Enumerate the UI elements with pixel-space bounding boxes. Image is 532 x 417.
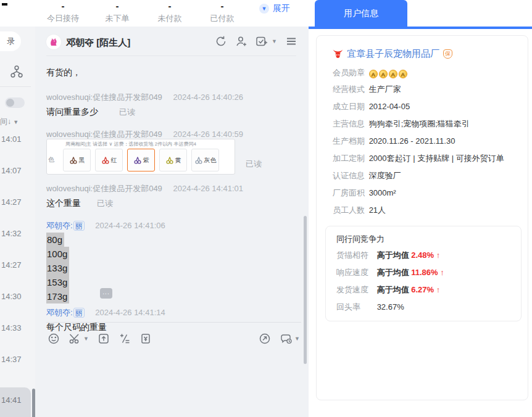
chevron-down-icon: ▼ — [272, 38, 277, 44]
info-row: 生产档期 2020.11.26 - 2021.11.30 — [333, 136, 455, 147]
selected-line: 80g — [46, 233, 64, 247]
refresh-icon[interactable] — [215, 35, 227, 47]
message-text: 有货的， — [46, 67, 81, 78]
competition-title: 同行间竞争力 — [336, 234, 384, 245]
message-input[interactable] — [35, 350, 309, 417]
competition-box: 同行间竞争力 货描相符 高于均值 2.48% ↑ 响应速度 高于均值 11.86… — [325, 226, 522, 321]
sender-name[interactable]: 邓朝夺: — [46, 308, 73, 317]
list-toggle[interactable] — [5, 97, 25, 108]
read-receipt: 已读 — [119, 107, 135, 117]
message-meta: woloveshuqi:促佳搜品开发部049 2024-4-26 14:41:0… — [46, 183, 243, 194]
info-label: 会员勋章 — [333, 67, 367, 78]
conversation-item[interactable]: 14:37 — [1, 355, 31, 364]
competition-label: 响应速度 — [336, 267, 375, 278]
read-receipt: 已读 — [97, 199, 113, 208]
assurance-badge: 保 — [443, 49, 452, 59]
info-row: 认证信息 深度验厂 — [333, 170, 401, 181]
message-time: 2024-4-26 14:40:26 — [173, 93, 243, 102]
stats-bar: - 今日接待 - 未下单 - 未付款 - 已付款 ▼ 展开 — [35, 0, 309, 27]
color-swatches: 黑 红 紫 黄 灰色 — [63, 149, 219, 171]
info-label: 成立日期 — [333, 101, 367, 112]
chevron-down-icon: ▼ — [294, 336, 300, 342]
info-row: 员工人数 21人 — [333, 205, 386, 216]
rail-divider — [0, 86, 31, 87]
stat-label: 已付款 — [197, 13, 247, 24]
stat-unpaid: - 未付款 — [145, 2, 194, 24]
medal-icon: A — [389, 70, 397, 78]
image-message[interactable]: 周南相间|主 请选择 ∨ 运费：选择收货地 2件以内 丰运费同4 色 黑 红 紫 — [46, 139, 235, 175]
message-text: 请问重量多少已读 — [46, 107, 135, 118]
sender-name[interactable]: woloveshuqi:促佳搜品开发部049 — [46, 184, 162, 193]
competition-label: 发货速度 — [336, 284, 375, 295]
info-value: 深度验厂 — [369, 171, 401, 180]
message-text-content: 这个重量 — [46, 198, 81, 208]
payment-icon[interactable] — [139, 332, 152, 345]
avatar[interactable] — [46, 35, 61, 49]
competition-prefix: 高于均值 — [377, 268, 409, 277]
more-actions-button[interactable]: ... — [100, 288, 112, 299]
competition-prefix: 高于均值 — [377, 285, 409, 294]
sender-name[interactable]: 邓朝夺: — [46, 221, 73, 230]
forward-icon[interactable] — [259, 332, 271, 345]
add-contact-icon[interactable] — [235, 35, 247, 47]
conversation-item[interactable]: 14:32 — [1, 229, 31, 238]
menu-icon[interactable] — [285, 35, 297, 47]
swatch-red: 红 — [95, 149, 123, 171]
org-tree-icon[interactable] — [10, 65, 23, 78]
conversation-item[interactable]: 14:33 — [1, 323, 31, 332]
company-card: 宜章县子辰宠物用品厂 保 会员勋章 AAAA 经营模式 生产厂家 成立日期 20… — [316, 35, 528, 400]
quote-icon[interactable] — [118, 332, 131, 345]
competition-value: 32.67% — [377, 302, 404, 312]
swatch-label: 红 — [111, 156, 117, 165]
competition-prefix: 高于均值 — [377, 250, 409, 260]
conversation-item[interactable]: 14:27 — [1, 197, 31, 207]
search-pill[interactable]: 录 — [0, 31, 21, 51]
up-arrow-icon: ↑ — [436, 285, 441, 294]
swatch-purple-selected: 紫 — [127, 149, 155, 171]
info-row: 成立日期 2012-04-05 — [333, 101, 410, 112]
info-label: 加工定制 — [333, 153, 367, 164]
emoji-icon[interactable] — [48, 332, 60, 345]
info-row: 经营模式 生产厂家 — [333, 84, 401, 95]
expand-label: 展开 — [273, 3, 290, 14]
sender-name[interactable]: woloveshuqi:促佳搜品开发部049 — [46, 93, 162, 102]
stat-today-received: - 今日接待 — [38, 2, 88, 24]
info-row-medals: 会员勋章 AAAA — [333, 67, 409, 78]
conversation-item[interactable]: 14:27 — [1, 260, 31, 270]
expand-button[interactable]: ▼ 展开 — [259, 3, 290, 14]
send-image-icon[interactable] — [98, 332, 110, 345]
company-name[interactable]: 宜章县子辰宠物用品厂 — [347, 48, 439, 60]
tab-user-info[interactable]: 用户信息 — [315, 0, 407, 27]
conversation-item[interactable]: 14:01 — [1, 134, 31, 144]
message-text-content: 请问重量多少 — [46, 107, 98, 117]
sort-dropdown[interactable]: 间↓ ▼ — [0, 117, 19, 127]
chevron-down-icon: ▼ — [259, 4, 269, 14]
tab-underline — [309, 27, 532, 29]
competition-value: 2.48% — [411, 250, 434, 260]
conversation-item[interactable]: 14:07 — [1, 166, 31, 175]
sender-tag: 丽 — [73, 221, 85, 231]
message-time: 2024-4-26 14:41:14 — [95, 308, 165, 317]
conversation-item-selected[interactable]: 14:41 — [0, 387, 31, 417]
sender-tag: 丽 — [73, 308, 85, 318]
stat-value: - — [145, 2, 194, 10]
up-arrow-icon: ↑ — [440, 268, 444, 277]
create-task-icon[interactable]: ▼ — [256, 35, 277, 47]
stat-value: - — [93, 2, 142, 10]
chat-history-icon[interactable]: ▼ — [280, 332, 300, 345]
screenshot-scissors-icon[interactable]: ▼ — [69, 332, 89, 345]
message-meta: 邓朝夺:丽 2024-4-26 14:41:14 — [46, 307, 165, 318]
supplier-bull-icon — [333, 49, 343, 59]
stat-label: 未下单 — [93, 13, 142, 24]
info-label: 经营模式 — [333, 84, 367, 95]
input-toolbar: ▼ — [35, 328, 309, 350]
info-label: 认证信息 — [333, 170, 367, 181]
info-row: 加工定制 2000套起订 | 支持贴牌 | 可接外贸订单 — [333, 153, 504, 164]
sender-name[interactable]: woloveshuqi:促佳搜品开发部049 — [46, 130, 162, 139]
message-time: 2024-4-26 14:40:59 — [173, 130, 243, 139]
info-row: 主营信息 狗狗牵引;宠物项圈;猫猫牵引 — [333, 118, 470, 130]
chat-header: 邓朝夺 [陌生人] — [35, 27, 309, 56]
conversation-item[interactable]: 14:30 — [1, 292, 31, 301]
chat-column: - 今日接待 - 未下单 - 未付款 - 已付款 ▼ 展开 — [35, 0, 309, 417]
info-value: 生产厂家 — [369, 85, 401, 94]
